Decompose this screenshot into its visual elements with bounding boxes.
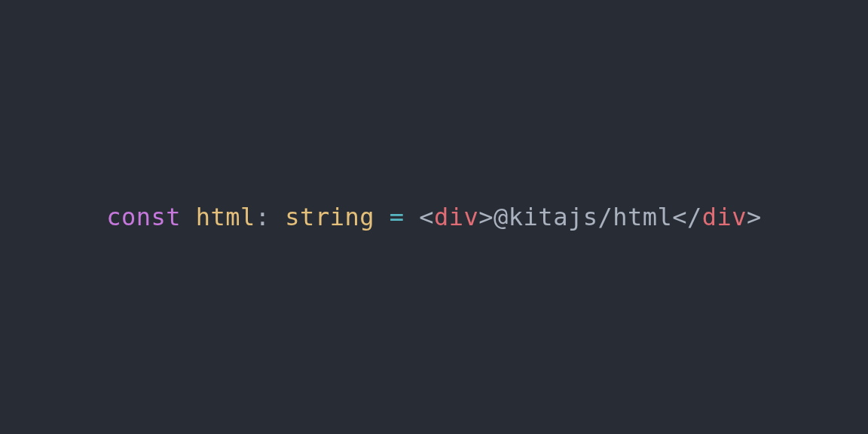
variable-name: html — [196, 203, 255, 231]
code-snippet: const html: string = <div>@kitajs/html</… — [106, 203, 762, 231]
colon-punct: : — [255, 203, 270, 231]
jsx-close-tag: div — [702, 203, 747, 231]
jsx-text-content: @kitajs/html — [494, 203, 672, 231]
open-close-angle-bracket: </ — [672, 203, 702, 231]
jsx-open-tag: div — [434, 203, 478, 231]
final-close-angle-bracket: > — [747, 203, 762, 231]
close-angle-bracket: > — [478, 203, 494, 231]
open-angle-bracket: < — [419, 203, 434, 231]
keyword-const: const — [106, 203, 181, 231]
equals-operator: = — [390, 203, 405, 231]
type-annotation: string — [285, 203, 374, 231]
